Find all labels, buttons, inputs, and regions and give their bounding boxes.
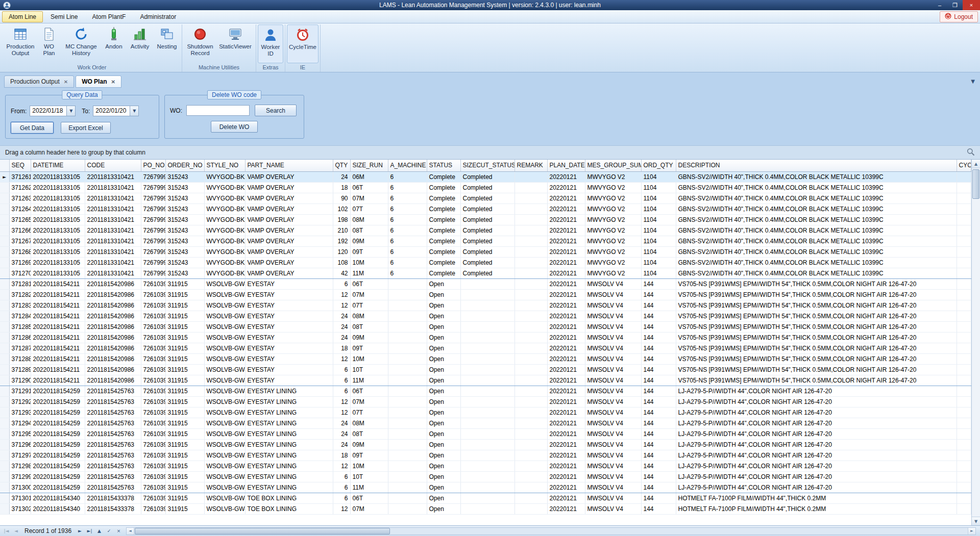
ribbon-button-shutdown-record[interactable]: Shutdown Record [184,24,216,63]
get-data-button[interactable]: Get Data [11,122,54,134]
ribbon-button-activity[interactable]: Activity [126,24,154,63]
wo-input[interactable] [186,105,250,116]
column-header-sizecut_status[interactable]: SIZECUT_STATUS [460,160,514,171]
menu-tab-atom-line[interactable]: Atom Line [2,11,43,22]
chevron-down-icon[interactable]: ▼ [130,106,138,116]
table-row[interactable]: 3712942022011815425922011815425763726103… [0,418,971,428]
table-row[interactable]: 3712892022011815421122011815420986726103… [0,364,971,375]
nav-prev-button[interactable]: ◄ [12,527,20,535]
nav-edit-button[interactable]: ▲ [95,527,104,535]
tab-close-icon[interactable]: ✕ [111,79,115,85]
table-row[interactable]: 3712982022011815425922011815425763726103… [0,461,971,471]
vertical-scrollbar[interactable]: ▲ ▼ [971,160,980,525]
delete-wo-button[interactable]: Delete WO [211,121,258,133]
export-excel-button[interactable]: Export Excel [61,122,111,134]
column-header-qty[interactable]: QTY [333,160,350,171]
ribbon-button-worker-id[interactable]: Worker ID [258,24,283,63]
column-header-part_name[interactable]: PART_NAME [245,160,333,171]
chevron-down-icon[interactable]: ▼ [66,106,75,116]
ribbon-button-production-output[interactable]: Production Output [4,24,37,63]
group-by-panel[interactable]: Drag a column header here to group by th… [0,145,980,160]
table-row[interactable]: 3712652022011813310522011813310421726799… [0,214,971,225]
table-row[interactable]: 3712962022011815425922011815425763726103… [0,439,971,450]
horizontal-scrollbar[interactable]: ◄ ► [126,527,976,535]
minimize-button[interactable]: – [932,0,947,10]
table-row[interactable]: 3712852022011815421122011815420986726103… [0,321,971,332]
ribbon-button-mc-change-history[interactable]: MC Change History [61,24,102,63]
column-header-seq[interactable]: SEQ [9,160,31,171]
menu-tab-administrator[interactable]: Administrator [133,11,183,22]
table-row[interactable]: 3712682022011813310522011813310421726799… [0,246,971,257]
table-row[interactable]: 3712702022011813310522011813310421726799… [0,268,971,278]
nav-next-button[interactable]: ► [76,527,84,535]
table-row[interactable]: 3712642022011813310522011813310421726799… [0,203,971,214]
column-header-a_machine[interactable]: A_MACHINE [388,160,427,171]
column-header-style_no[interactable]: STYLE_NO [204,160,245,171]
column-header-code[interactable]: CODE [85,160,141,171]
menu-tab-semi-line[interactable]: Semi Line [44,11,84,22]
scroll-down-icon[interactable]: ▼ [972,517,980,525]
tab-wo-plan[interactable]: WO Plan ✕ [76,75,121,88]
search-button[interactable]: Search [255,105,297,116]
ribbon-button-nesting[interactable]: Nesting [154,24,180,63]
column-header-remark[interactable]: REMARK [514,160,547,171]
from-date-picker[interactable]: 2022/01/18 ▼ [30,106,76,116]
column-header-status[interactable]: STATUS [427,160,460,171]
tab-close-icon[interactable]: ✕ [64,79,68,85]
column-header-datetime[interactable]: DATETIME [31,160,85,171]
table-row[interactable]: 3712972022011815425922011815425763726103… [0,450,971,461]
column-header-ord_qty[interactable]: ORD_QTY [641,160,676,171]
ribbon-button-staticviewer[interactable]: StaticViewer [216,24,254,63]
table-row[interactable]: 3712842022011815421122011815420986726103… [0,311,971,321]
table-row[interactable]: 3712672022011813310522011813310421726799… [0,236,971,246]
tab-list-dropdown-icon[interactable]: ▼ [971,79,975,84]
close-button[interactable]: × [963,0,980,10]
column-header-size_run[interactable]: SIZE_RUN [350,160,388,171]
search-icon[interactable] [967,148,975,158]
nav-post-button[interactable]: ✓ [105,527,113,535]
table-row[interactable]: 3712872022011815421122011815420986726103… [0,343,971,353]
table-row[interactable]: 3712632022011813310522011813310421726799… [0,193,971,203]
scroll-right-icon[interactable]: ► [968,528,975,534]
table-row[interactable]: 3712902022011815421122011815420986726103… [0,375,971,386]
ribbon-button-andon[interactable]: Andon [102,24,126,63]
tab-production-output[interactable]: Production Output ✕ [4,75,74,88]
scroll-left-icon[interactable]: ◄ [127,528,134,534]
table-row[interactable]: 3712912022011815425922011815425763726103… [0,386,971,396]
column-header-order_no[interactable]: ORDER_NO [165,160,204,171]
table-row[interactable]: 3712932022011815425922011815425763726103… [0,407,971,418]
table-row[interactable]: 3712922022011815425922011815425763726103… [0,396,971,407]
column-header-cycle[interactable]: CYCLE [957,160,971,171]
maximize-button[interactable]: ❐ [947,0,963,10]
table-row[interactable]: 3712622022011813310522011813310421726799… [0,182,971,193]
vertical-scroll-thumb[interactable] [972,169,979,199]
to-date-picker[interactable]: 2022/01/20 ▼ [93,106,139,116]
ribbon-button-wo-plan[interactable]: WO Plan [37,24,61,63]
table-row[interactable]: 3713022022011815434022011815433378726103… [0,503,971,514]
table-row[interactable]: 3712882022011815421122011815420986726103… [0,353,971,364]
table-row[interactable]: 3713012022011815434022011815433378726103… [0,493,971,503]
nav-last-button[interactable]: ►| [85,527,94,535]
ribbon-button-cycletime[interactable]: CycleTime [287,24,318,63]
horizontal-scroll-thumb[interactable] [135,528,390,534]
column-header-plan_date[interactable]: PLAN_DATE [547,160,585,171]
scroll-up-icon[interactable]: ▲ [972,160,980,168]
nav-cancel-button[interactable]: × [114,527,123,535]
table-row[interactable]: 3713002022011815425922011815425763726103… [0,482,971,493]
table-row[interactable]: 3712662022011813310522011813310421726799… [0,225,971,236]
table-row[interactable]: 3712832022011815421122011815420986726103… [0,300,971,311]
table-row[interactable]: 3712862022011815421122011815420986726103… [0,332,971,343]
column-header-mes_group_sum[interactable]: MES_GROUP_SUM [585,160,641,171]
app-icon[interactable] [2,1,11,9]
column-header-description[interactable]: DESCRIPTION [676,160,957,171]
nav-first-button[interactable]: |◄ [2,527,11,535]
table-row[interactable]: 3712692022011813310522011813310421726799… [0,257,971,268]
table-row[interactable]: 3712992022011815425922011815425763726103… [0,471,971,482]
table-row[interactable]: 3712952022011815425922011815425763726103… [0,428,971,439]
column-header-po_no[interactable]: PO_NO [141,160,165,171]
table-row[interactable]: 3712812022011815421122011815420986726103… [0,278,971,289]
logout-button[interactable]: Logout [940,11,978,22]
table-row[interactable]: 3712822022011815421122011815420986726103… [0,289,971,300]
table-row[interactable]: ►371261202201181331052201181331042172679… [0,171,971,182]
menu-tab-atom-plantf[interactable]: Atom PlantF [85,11,132,22]
